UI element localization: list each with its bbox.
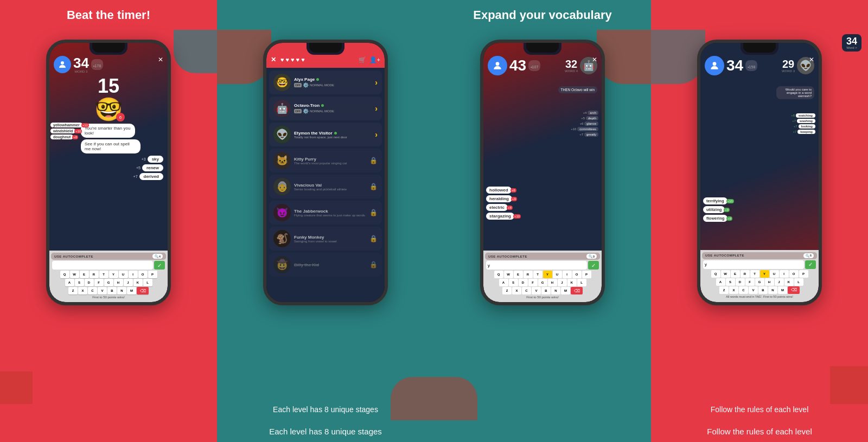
p3-key-u[interactable]: U [553,271,562,278]
p3-key-t[interactable]: T [533,271,542,278]
p3-key-v[interactable]: V [532,287,541,294]
p1-key-m[interactable]: M [127,287,136,294]
p4-key-h[interactable]: H [765,278,774,286]
p4-key-v[interactable]: V [749,286,758,294]
p3-key-r[interactable]: R [524,271,533,278]
p4-key-k[interactable]: K [784,278,794,286]
p3-close-btn[interactable]: ✕ [592,56,597,63]
p2-arrow-3[interactable]: › [375,130,378,139]
p1-key-k[interactable]: K [133,279,143,286]
p4-key-e[interactable]: E [731,270,740,278]
p2-name-6: The Jabberwock [294,209,366,214]
p1-key-e[interactable]: E [80,271,89,278]
p1-key-d[interactable]: D [85,279,94,286]
p3-key-e[interactable]: E [514,271,523,278]
p4-key-u[interactable]: U [770,270,779,278]
p3-key-i[interactable]: I [563,271,572,278]
p1-key-x[interactable]: X [78,287,87,294]
p4-enter-btn[interactable]: ✓ [805,260,816,269]
p1-key-l[interactable]: L [143,279,152,286]
p3-key-g[interactable]: G [538,279,547,286]
p3-key-c[interactable]: C [522,287,531,294]
p2-opponent-3[interactable]: 👽 Etymon the Visitor Totally not from sp… [269,123,382,146]
p4-close-btn[interactable]: ✕ [809,56,814,63]
p3-key-s[interactable]: S [509,279,518,286]
p1-key-i[interactable]: I [129,271,138,278]
p1-key-a[interactable]: A [65,279,74,286]
p1-key-j[interactable]: J [124,279,133,286]
p2-add-friend-icon[interactable]: 👤+ [369,56,380,63]
p4-key-a[interactable]: A [716,278,725,286]
p4-key-c[interactable]: C [739,286,748,294]
p2-opponent-1[interactable]: 🤓 Alyx Page OFF ⚙️ NORMAL MODE [269,71,382,94]
p1-key-h[interactable]: H [114,279,123,286]
p4-key-r[interactable]: R [741,270,750,278]
p2-arrow-2[interactable]: › [375,104,378,113]
p1-key-q[interactable]: Q [60,271,69,278]
p3-key-x[interactable]: X [512,287,521,294]
p4-key-s[interactable]: S [726,278,735,286]
p1-key-w[interactable]: W [70,271,79,278]
p3-input[interactable] [486,261,587,270]
p1-key-f[interactable]: F [94,279,104,286]
p3-key-j[interactable]: J [558,279,567,286]
p3-key-z[interactable]: Z [502,287,512,294]
p2-arrow-1[interactable]: › [375,78,378,87]
p3-key-m[interactable]: M [561,287,570,294]
p4-key-w[interactable]: W [721,270,730,278]
p1-key-r[interactable]: R [90,271,99,278]
p3-key-del[interactable]: ⌫ [571,287,583,294]
p2-opponent-2[interactable]: 🤖 Octavo-Tron OFF ⚙️ NORMAL MODE [269,97,382,120]
p3-key-b[interactable]: B [541,287,551,294]
p3-key-h[interactable]: H [548,279,557,286]
p1-key-o[interactable]: O [138,271,148,278]
p1-enter-btn[interactable]: ✓ [154,261,165,270]
p3-key-y[interactable]: Y [543,271,552,278]
p4-key-j[interactable]: J [775,278,784,286]
p3-key-k[interactable]: K [567,279,577,286]
p1-key-t[interactable]: T [99,271,108,278]
p3-key-o[interactable]: O [572,271,582,278]
p4-key-g[interactable]: G [755,278,764,286]
p3-enter-btn[interactable]: ✓ [588,261,599,270]
p3-key-d[interactable]: D [519,279,528,286]
p1-close-btn[interactable]: ✕ [158,56,163,63]
p4-key-del[interactable]: ⌫ [788,286,800,294]
p4-key-b[interactable]: B [758,286,768,294]
p2-cart-icon[interactable]: 🛒 [359,56,366,63]
p1-key-del[interactable]: ⌫ [137,287,149,294]
p1-input[interactable] [52,261,153,270]
p3-key-a[interactable]: A [499,279,508,286]
p4-key-x[interactable]: X [729,286,738,294]
p4-key-y[interactable]: Y [760,270,769,278]
p4-key-n[interactable]: N [768,286,777,294]
p1-key-u[interactable]: U [119,271,128,278]
p4-key-q[interactable]: Q [711,270,720,278]
p1-key-s[interactable]: S [75,279,84,286]
p1-key-c[interactable]: C [88,287,97,294]
p3-key-p[interactable]: P [582,271,591,278]
p4-key-f[interactable]: F [745,278,755,286]
p3-key-l[interactable]: L [577,279,586,286]
p4-key-o[interactable]: O [789,270,799,278]
p1-key-p[interactable]: P [148,271,157,278]
p3-key-n[interactable]: N [551,287,560,294]
p1-key-v[interactable]: V [98,287,107,294]
p4-key-t[interactable]: T [750,270,760,278]
p3-key-w[interactable]: W [504,271,513,278]
p1-key-n[interactable]: N [117,287,126,294]
p1-key-y[interactable]: Y [109,271,118,278]
p4-key-i[interactable]: I [780,270,789,278]
p4-key-m[interactable]: M [778,286,787,294]
p1-key-z[interactable]: Z [68,287,78,294]
p3-key-f[interactable]: F [528,279,538,286]
p1-key-b[interactable]: B [107,287,117,294]
p4-key-z[interactable]: Z [719,286,729,294]
p4-key-d[interactable]: D [736,278,745,286]
p4-key-l[interactable]: L [794,278,803,286]
p3-key-q[interactable]: Q [494,271,503,278]
p4-input[interactable] [703,260,804,269]
p2-close[interactable]: ✕ [271,56,276,63]
p4-key-p[interactable]: P [799,270,808,278]
p1-key-g[interactable]: G [104,279,113,286]
